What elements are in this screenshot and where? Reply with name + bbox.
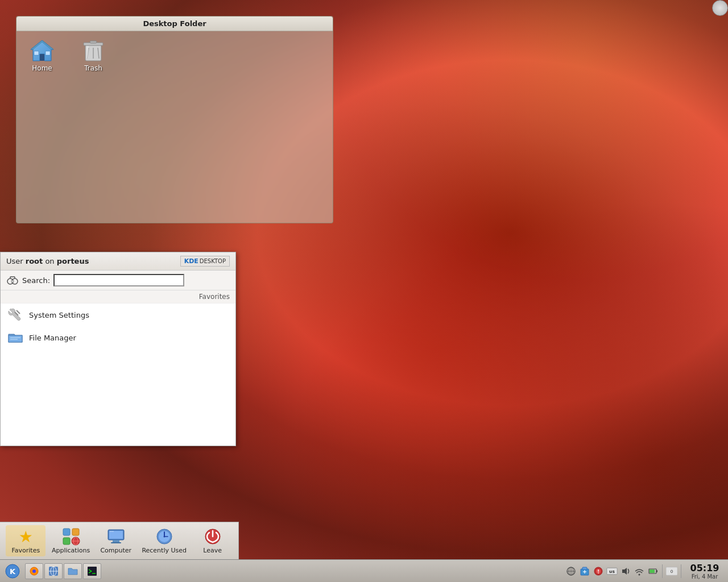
bottom-menu-computer[interactable]: Computer (96, 525, 136, 556)
systray-separator (662, 564, 663, 578)
svg-rect-3 (34, 51, 39, 55)
taskbar-terminal-button[interactable] (83, 563, 101, 579)
taskbar-apps (23, 563, 104, 579)
binoculars-icon (6, 274, 19, 286)
svg-rect-4 (46, 51, 50, 55)
kde-menu-header: User root on porteus KDE DESKTOP (1, 252, 235, 271)
kde-badge-k: KDE (184, 257, 198, 265)
kde-menu-user-info: User root on porteus (6, 257, 89, 265)
antivirus-icon[interactable]: ! (593, 566, 604, 577)
battery-icon[interactable] (647, 566, 659, 577)
clock-time: 05:19 (690, 563, 719, 573)
menu-items-list: System Settings File Manager (1, 304, 235, 446)
home-label: Home (32, 64, 52, 72)
svg-line-18 (16, 310, 20, 314)
search-label: Search: (22, 276, 50, 285)
desktop-folder-titlebar: Desktop Folder (16, 16, 333, 31)
svg-rect-23 (63, 529, 70, 535)
svg-rect-20 (9, 335, 22, 342)
applications-label-btn: Applications (52, 547, 90, 554)
bottom-menu-applications[interactable]: Applications (48, 525, 93, 556)
svg-rect-7 (90, 41, 97, 43)
svg-rect-48 (88, 567, 97, 576)
kde-badge: KDE DESKTOP (180, 256, 230, 267)
svg-rect-14 (11, 280, 14, 282)
svg-text:K: K (10, 567, 16, 576)
svg-text:0: 0 (671, 568, 673, 573)
kde-badge-text: DESKTOP (200, 258, 226, 264)
svg-rect-68 (650, 569, 655, 573)
file-manager-icon (7, 330, 23, 346)
bottom-menu-recently-used[interactable]: Recently Used (138, 525, 190, 556)
desktop-folder-content: Home Trash (16, 31, 333, 78)
volume-icon[interactable] (620, 566, 631, 577)
network-status-icon[interactable] (634, 566, 645, 577)
menu-item-system-settings[interactable]: System Settings (1, 304, 235, 326)
bottom-menu-favorites[interactable]: ★ Favorites (6, 525, 46, 556)
kde-menu-popup: User root on porteus KDE DESKTOP Search:… (0, 252, 236, 446)
clock-area[interactable]: 05:19 Fri, 4 Mar (685, 563, 725, 580)
keyboard-layout-icon[interactable]: us (606, 566, 618, 577)
network-status-number: 0 (666, 566, 677, 577)
leave-label-btn: Leave (203, 547, 222, 554)
user-on: on (43, 257, 56, 265)
svg-rect-32 (111, 542, 121, 543)
file-manager-label: File Manager (29, 334, 76, 342)
computer-icon (107, 527, 125, 546)
svg-rect-30 (109, 531, 123, 539)
desktop-folder-title: Desktop Folder (143, 19, 206, 28)
svg-marker-65 (622, 568, 627, 575)
computer-label-btn: Computer (100, 547, 131, 554)
taskbar: K (0, 559, 728, 582)
user-prefix: User (6, 257, 26, 265)
taskbar-left: K (0, 560, 106, 582)
system-settings-icon (7, 307, 23, 323)
package-manager-icon[interactable] (579, 566, 590, 577)
favorites-label-btn: Favorites (11, 547, 40, 554)
svg-text:!: ! (597, 569, 599, 575)
trash-icon-item[interactable]: Trash (73, 37, 113, 72)
taskbar-network-button[interactable] (44, 563, 63, 579)
svg-rect-11 (86, 46, 89, 59)
svg-point-43 (32, 569, 36, 573)
svg-rect-69 (656, 570, 657, 572)
bottom-menu-bar: ★ Favorites Applications (0, 522, 239, 559)
search-row: Search: (1, 271, 235, 290)
username: root (26, 257, 43, 265)
bottom-menu-leave[interactable]: Leave (193, 525, 233, 556)
menu-item-file-manager[interactable]: File Manager (1, 326, 235, 349)
favorites-star-icon: ★ (16, 527, 35, 546)
svg-rect-25 (63, 538, 70, 544)
system-settings-label: System Settings (29, 311, 89, 319)
taskbar-systray: ! us (565, 563, 728, 580)
taskbar-filemanager-button[interactable] (64, 563, 82, 579)
trash-icon (80, 37, 107, 64)
home-icon-item[interactable]: Home (22, 37, 62, 72)
hostname: porteus (57, 257, 89, 265)
svg-point-38 (163, 536, 165, 538)
leave-icon (204, 527, 222, 546)
systray-separator-2 (681, 564, 681, 578)
corner-button[interactable] (712, 0, 728, 16)
home-icon (28, 37, 56, 64)
trash-label: Trash (84, 64, 102, 72)
svg-rect-57 (582, 567, 587, 569)
svg-text:us: us (609, 569, 615, 574)
search-input[interactable] (53, 274, 184, 286)
svg-rect-31 (113, 540, 119, 542)
recently-used-label-btn: Recently Used (142, 547, 187, 554)
favorites-section-label: Favorites (1, 290, 235, 304)
svg-rect-2 (40, 54, 44, 61)
taskbar-browser-button[interactable] (25, 563, 43, 579)
applications-icon (62, 527, 80, 546)
recently-used-icon (155, 527, 173, 546)
desktop-folder-window: Desktop Folder Ho (16, 16, 333, 223)
taskbar-kmenu-button[interactable]: K (3, 562, 22, 580)
svg-rect-24 (72, 529, 79, 535)
svg-point-66 (639, 573, 640, 575)
network-manager-icon[interactable] (565, 566, 577, 577)
clock-date: Fri, 4 Mar (692, 573, 718, 580)
